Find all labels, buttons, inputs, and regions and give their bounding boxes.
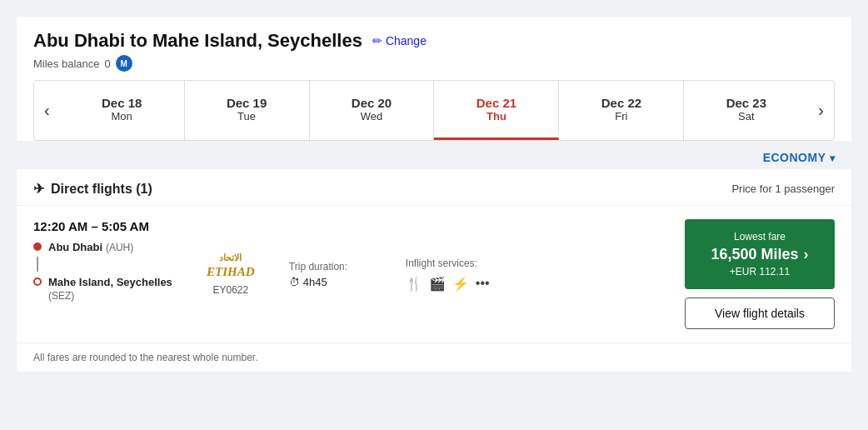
footer-note: All fares are rounded to the nearest who… <box>17 342 851 372</box>
duration-value: ⏱ 4h45 <box>289 276 389 288</box>
clock-icon: ⏱ <box>289 276 300 288</box>
airline-logo: الاتحاد ETIHAD <box>207 252 255 278</box>
prev-date-arrow[interactable]: ‹ <box>34 94 60 127</box>
economy-class-button[interactable]: ECONOMY <box>763 151 835 164</box>
miles-icon: M <box>116 55 132 72</box>
origin-dot <box>33 242 42 251</box>
origin-code: (AUH) <box>106 242 133 253</box>
fare-label: Lowest fare <box>700 231 820 242</box>
route-connector <box>37 257 38 272</box>
price-section: Lowest fare 16,500 Miles +EUR 112.11 Vie… <box>531 219 835 329</box>
tab-dec21[interactable]: Dec 21 Thu <box>434 81 559 140</box>
airline-info: الاتحاد ETIHAD EY0622 <box>189 219 272 329</box>
lowest-fare-button[interactable]: Lowest fare 16,500 Miles +EUR 112.11 <box>685 219 835 289</box>
tab-dec20[interactable]: Dec 20 Wed <box>310 81 435 140</box>
flight-info: 12:20 AM – 5:05 AM Abu Dhabi (AUH) Mahe <box>33 219 172 329</box>
usb-icon: ⚡ <box>452 276 469 292</box>
tab-dec22[interactable]: Dec 22 Fri <box>559 81 684 140</box>
flights-section: Direct flights (1) Price for 1 passenger… <box>17 169 851 372</box>
duration-label: Trip duration: <box>289 261 389 272</box>
inflight-label: Inflight services: <box>406 258 514 269</box>
fare-eur: +EUR 112.11 <box>700 266 820 278</box>
next-date-arrow[interactable]: › <box>808 94 834 127</box>
chevron-right-icon <box>804 246 809 263</box>
flight-card: 12:20 AM – 5:05 AM Abu Dhabi (AUH) Mahe <box>17 206 851 342</box>
trip-duration-info: Trip duration: ⏱ 4h45 <box>289 219 389 329</box>
pencil-icon <box>372 34 382 48</box>
inflight-icons: 🍴 🎬 ⚡ ••• <box>406 276 514 292</box>
destination-row: Mahe Island, Seychelles (SEZ) <box>33 275 172 302</box>
tab-dec23[interactable]: Dec 23 Sat <box>684 81 808 140</box>
view-flight-details-button[interactable]: View flight details <box>685 298 835 329</box>
route: Abu Dhabi (AUH) Mahe Island, Seychelles … <box>33 240 172 302</box>
miles-balance-row: Miles balance 0 M <box>33 55 835 72</box>
flight-time: 12:20 AM – 5:05 AM <box>33 219 172 233</box>
tab-dec19[interactable]: Dec 19 Tue <box>185 81 310 140</box>
date-tabs-container: ‹ Dec 18 Mon Dec 19 Tue Dec 20 Wed Dec 2… <box>33 80 835 141</box>
inflight-info: Inflight services: 🍴 🎬 ⚡ ••• <box>406 219 514 329</box>
destination-code: (SEZ) <box>48 290 74 302</box>
entertainment-icon: 🎬 <box>429 276 446 292</box>
section-header: Direct flights (1) Price for 1 passenger <box>17 169 851 206</box>
date-tabs-wrapper: ‹ Dec 18 Mon Dec 19 Tue Dec 20 Wed Dec 2… <box>17 80 851 141</box>
change-button[interactable]: Change <box>372 34 427 48</box>
controls-bar: ECONOMY <box>17 141 851 169</box>
tab-dec18[interactable]: Dec 18 Mon <box>60 81 185 140</box>
flight-number: EY0622 <box>213 284 249 296</box>
meal-icon: 🍴 <box>406 276 422 292</box>
origin-row: Abu Dhabi (AUH) <box>33 240 172 253</box>
section-title: Direct flights (1) <box>33 181 152 197</box>
chevron-down-icon <box>830 151 836 164</box>
destination-name: Mahe Island, Seychelles <box>48 276 172 288</box>
page-title: Abu Dhabi to Mahe Island, Seychelles <box>33 30 362 52</box>
fare-miles: 16,500 Miles <box>700 246 820 263</box>
airline-arabic: الاتحاد <box>207 252 255 263</box>
more-icon: ••• <box>476 276 490 291</box>
airline-english: ETIHAD <box>207 264 255 279</box>
price-note: Price for 1 passenger <box>731 182 835 195</box>
destination-dot <box>33 278 42 286</box>
origin-name: Abu Dhabi <box>48 241 102 253</box>
plane-icon <box>33 181 44 197</box>
date-tabs: Dec 18 Mon Dec 19 Tue Dec 20 Wed Dec 21 … <box>60 81 809 140</box>
